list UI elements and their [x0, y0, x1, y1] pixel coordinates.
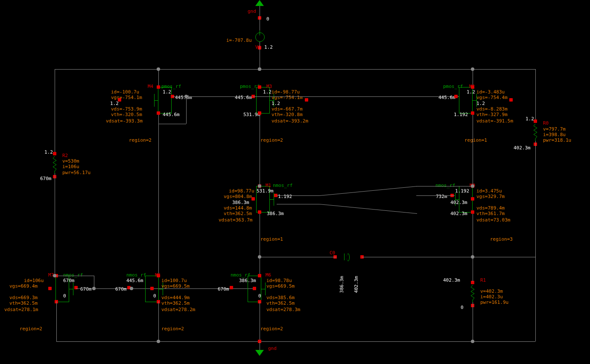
R1-name: R1	[480, 277, 486, 283]
R1-v: v=402.3m	[480, 288, 503, 294]
M0-vdsat: vdsat=73.03m	[476, 217, 510, 223]
M3-type: pmos_rf	[240, 84, 260, 89]
C0-n1: 386.3m	[339, 276, 345, 293]
ground-bottom-icon	[255, 350, 264, 356]
R2-v: v=530m	[62, 158, 79, 164]
resistor-R2[interactable]	[53, 156, 56, 173]
M2-nS: 1.2	[467, 89, 475, 95]
M6-nB: 0	[258, 293, 261, 299]
M6-vgs: vgs=669.5m	[266, 283, 295, 289]
R0-v: v=797.7m	[543, 126, 566, 132]
M7-nG: 670m	[80, 286, 92, 292]
M7-nD: 670m	[63, 278, 75, 283]
M3-vgs: vgs=-754.1m	[272, 95, 303, 100]
M6-id: id=98.78u	[266, 278, 292, 283]
M1-name: M1	[266, 183, 271, 188]
R0-bot: 402.3m	[514, 145, 531, 151]
M5-type: nmos_rf	[126, 272, 146, 278]
M2-id: id=-3.483u	[476, 89, 505, 95]
R0-top: 1.2	[526, 116, 534, 122]
M4-vdsat: vdsat=-393.3m	[106, 118, 143, 124]
R2-name: R2	[62, 153, 68, 158]
M4-nG: 445.6m	[175, 95, 192, 100]
M4-nS: 1.2	[163, 89, 171, 95]
M3-name: M3	[266, 84, 272, 89]
C0-n2: 402.3m	[353, 276, 359, 293]
R0-pwr: pwr=318.1u	[543, 137, 571, 143]
M5-nD: 445.6m	[126, 278, 143, 283]
resistor-R1[interactable]	[471, 285, 474, 302]
M6-vdsat: vdsat=278.3m	[266, 307, 300, 312]
R1-top: 402.3m	[443, 277, 460, 283]
M7-vdsat: vdsat=278.1m	[4, 307, 38, 312]
M6-nD: 386.3m	[239, 278, 256, 283]
M2-region: region=1	[464, 137, 487, 143]
M3-nB: 1.2	[272, 101, 280, 106]
gnd-top-label: gnd	[248, 9, 256, 14]
V0-current: i=-707.8u	[226, 38, 252, 43]
M3-vth: vth=-320.8m	[272, 112, 303, 117]
voltage-source-V0[interactable]	[255, 32, 265, 42]
M7-id: id=106u	[24, 278, 44, 283]
M1-vgs: vgs=804.8m	[224, 194, 252, 199]
M4-nB: 1.2	[110, 101, 119, 106]
M3-nS: 1.2	[263, 89, 272, 95]
resistor-R0[interactable]	[534, 124, 537, 141]
M1-vds: vds=144.8m	[224, 205, 252, 211]
M3-nG: 445.6m	[235, 95, 252, 100]
M6-type: nmos_rf	[231, 272, 250, 278]
M5-nB: 0	[153, 293, 156, 299]
M1-vth: vth=362.5m	[224, 211, 252, 216]
M0-region: region=3	[490, 236, 513, 242]
M7-region: region=2	[20, 326, 42, 332]
M0-nG: 732m	[436, 194, 447, 199]
M6-nG: 670m	[218, 286, 229, 292]
M0-nB: 402.3m	[450, 200, 467, 205]
M4-region: region=2	[129, 137, 152, 143]
M6-name: M6	[266, 272, 271, 278]
M5-vgs: vgs=669.5m	[161, 283, 190, 289]
M4-vgs: vgs=-754.1m	[111, 95, 142, 100]
M1-vdsat: vdsat=363.7m	[219, 217, 252, 223]
M0-nS: 402.3m	[450, 211, 467, 216]
R0-i: i=398.8u	[543, 132, 566, 137]
M2-vth: vth=-327.9m	[476, 112, 508, 117]
gnd-bot-label: gnd	[268, 346, 277, 351]
M0-vgs: vgs=329.7m	[476, 194, 505, 199]
M1-nG: 1.192	[278, 194, 292, 199]
M0-type: nmos_rf	[435, 183, 455, 188]
M5-vdsat: vdsat=278.2m	[161, 307, 195, 312]
R2-pwr: pwr=56.17u	[62, 170, 91, 175]
M0-id: id=3.475u	[476, 188, 502, 194]
M5-id: id=100.7u	[161, 278, 187, 283]
M3-vdsat: vdsat=-393.2m	[272, 118, 308, 124]
R2-top: 1.2	[44, 149, 53, 155]
M0-vth: vth=361.7m	[476, 211, 505, 216]
M7-vgs: vgs=669.4m	[9, 283, 38, 289]
R2-i: i=106u	[62, 164, 79, 169]
M2-vgs: vgs=-754.4m	[476, 95, 508, 100]
ground-top-icon	[255, 0, 264, 6]
M6-region: region=2	[260, 326, 283, 332]
M6-vth: vth=362.5m	[266, 300, 295, 306]
M2-nB: 1.2	[476, 101, 485, 106]
M0-vds: vds=789.4m	[476, 205, 505, 211]
M2-vdsat: vdsat=-391.5m	[476, 118, 513, 124]
M6-vds: vds=385.6m	[266, 295, 295, 300]
M4-type: pmos_rf	[161, 84, 181, 89]
M7-vth: vth=362.5m	[9, 300, 38, 306]
M5-vds: vds=444.9m	[161, 295, 190, 300]
M0-nD: 1.192	[455, 188, 469, 194]
R1-i: i=402.3u	[480, 294, 503, 300]
M4-vds: vds=-753.9m	[111, 106, 142, 112]
R1-bot: 0	[461, 305, 464, 310]
M2-nD: 1.192	[454, 112, 468, 117]
M1-nS: 386.3m	[267, 211, 284, 216]
M2-nG: 445.6m	[438, 95, 456, 100]
V0-voltage: 1.2	[264, 44, 273, 50]
R1-pwr: pwr=161.9u	[480, 300, 508, 305]
M2-vds: vds=-8.283m	[476, 106, 508, 112]
M1-id: id=98.77u	[229, 188, 254, 194]
R2-bot: 670m	[40, 176, 52, 181]
M3-region: region=2	[260, 137, 283, 143]
